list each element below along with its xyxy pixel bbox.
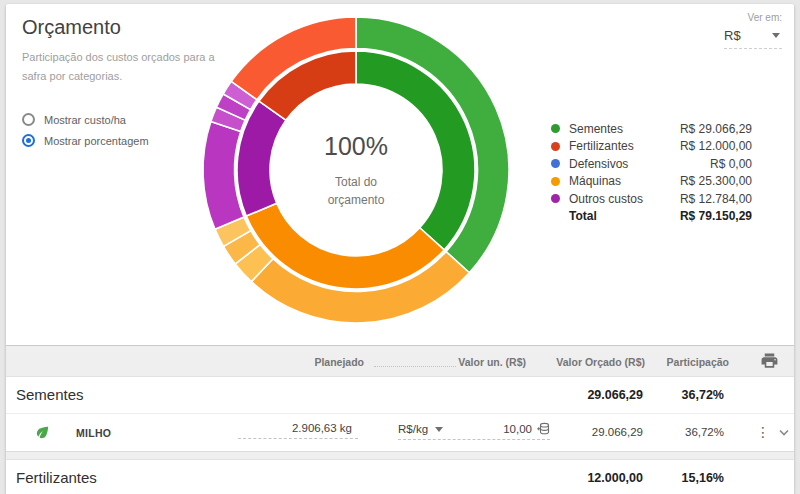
legend-value: R$ 12.000,00: [680, 139, 752, 153]
legend-total-value: R$ 79.150,29: [680, 209, 752, 223]
print-icon[interactable]: [760, 351, 780, 371]
legend-total-label: Total: [551, 209, 680, 223]
header-dotted-line: [374, 366, 456, 367]
legend-item-outros-custos: Outros custos R$ 12.784,00: [551, 190, 752, 208]
currency-value: R$: [724, 28, 741, 43]
unit-value: R$/kg: [398, 423, 428, 435]
legend-label: Outros custos: [569, 192, 680, 206]
currency-select[interactable]: R$: [724, 27, 782, 49]
chart-section: Orçamento Participação dos custos orçado…: [6, 4, 794, 345]
legend-color-dot: [551, 142, 560, 151]
unit-select[interactable]: R$/kg: [398, 423, 443, 435]
category-row: Fertilizantes 12.000,00 15,16%: [6, 460, 794, 494]
radio-label: Mostrar porcentagem: [44, 135, 149, 147]
coins-icon[interactable]: [537, 422, 550, 436]
item-participacao: 36,72%: [685, 426, 724, 438]
chevron-down-icon[interactable]: [778, 427, 790, 439]
category-name: Sementes: [16, 386, 84, 403]
legend-total-row: Total R$ 79.150,29: [551, 208, 752, 226]
currency-view-control: Ver em: R$: [712, 12, 782, 49]
legend-item-fertilizantes: Fertilizantes R$ 12.000,00: [551, 138, 752, 156]
budget-card: Orçamento Participação dos custos orçado…: [6, 4, 794, 494]
planejado-input[interactable]: 2.906,63 kg: [238, 422, 358, 439]
radio-icon[interactable]: [22, 113, 35, 126]
legend-color-dot: [551, 194, 560, 203]
table-group-sementes: Sementes 29.066,29 36,72% MILHO 2.906,63…: [6, 376, 794, 452]
col-valor-un: Valor un. (R$): [458, 356, 526, 368]
item-name: MILHO: [76, 427, 111, 439]
col-participacao: Participação: [667, 356, 729, 368]
table-group-fertilizantes: Fertilizantes 12.000,00 15,16%: [6, 459, 794, 494]
item-valor-orcado: 29.066,29: [592, 426, 643, 438]
kebab-menu-icon[interactable]: ⋮: [756, 422, 770, 442]
group-separator: [6, 452, 794, 459]
radio-selected-icon[interactable]: [22, 134, 35, 147]
legend-label: Defensivos: [569, 157, 710, 171]
category-valor-orcado: 29.066,29: [587, 388, 643, 402]
legend-value: R$ 0,00: [710, 157, 752, 171]
category-row: Sementes 29.066,29 36,72%: [6, 377, 794, 413]
plant-leaf-icon: [34, 424, 51, 443]
col-valor-orcado: Valor Orçado (R$): [556, 356, 645, 368]
valor-un-field: R$/kg 10,00: [398, 422, 550, 440]
legend-item-maquinas: Máquinas R$ 25.300,00: [551, 173, 752, 191]
valor-un-value: 10,00: [503, 423, 532, 435]
category-participacao: 15,16%: [682, 471, 724, 485]
legend-label: Sementes: [569, 122, 680, 136]
view-in-label: Ver em:: [712, 12, 782, 23]
legend-value: R$ 25.300,00: [680, 174, 752, 188]
legend-value: R$ 12.784,00: [680, 192, 752, 206]
legend-label: Fertilizantes: [569, 139, 680, 153]
category-valor-orcado: 12.000,00: [587, 471, 643, 485]
legend-item-defensivos: Defensivos R$ 0,00: [551, 155, 752, 173]
category-participacao: 36,72%: [682, 388, 724, 402]
legend-color-dot: [551, 159, 560, 168]
table-row-milho: MILHO 2.906,63 kg R$/kg 10,00: [6, 413, 794, 451]
table-header: Planejado Valor un. (R$) Valor Orçado (R…: [6, 346, 794, 376]
col-planejado: Planejado: [314, 356, 364, 368]
category-name: Fertilizantes: [16, 469, 97, 486]
legend-label: Máquinas: [569, 174, 680, 188]
radio-label: Mostrar custo/ha: [44, 114, 126, 126]
legend-color-dot: [551, 124, 560, 133]
caret-down-icon: [435, 427, 443, 432]
budget-donut-chart[interactable]: [186, 0, 526, 340]
valor-un-input[interactable]: 10,00: [503, 422, 550, 436]
legend-color-dot: [551, 177, 560, 186]
chart-legend: Sementes R$ 29.066,29 Fertilizantes R$ 1…: [551, 120, 752, 225]
legend-value: R$ 29.066,29: [680, 122, 752, 136]
legend-item-sementes: Sementes R$ 29.066,29: [551, 120, 752, 138]
budget-table: Planejado Valor un. (R$) Valor Orçado (R…: [6, 345, 794, 494]
caret-down-icon: [772, 33, 780, 38]
